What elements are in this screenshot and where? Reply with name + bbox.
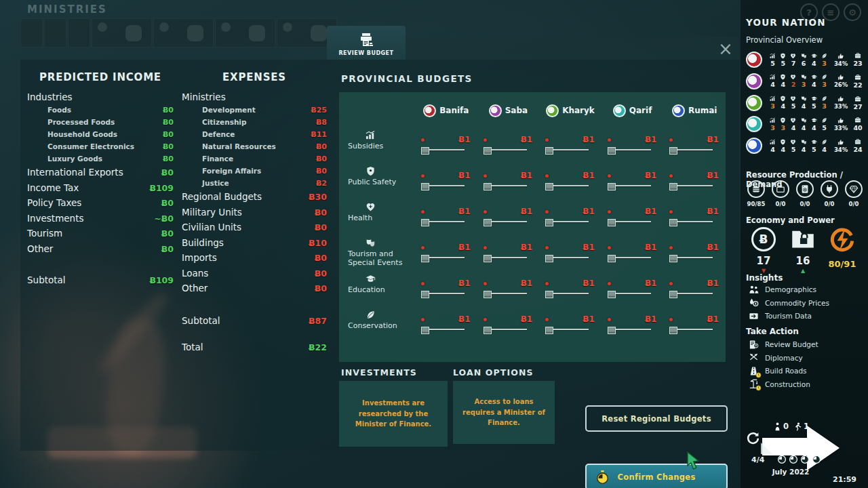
budget-slider[interactable] <box>484 183 527 190</box>
insight-demographics[interactable]: Demographics <box>746 283 816 296</box>
investments-note: Investments are researched by the Minist… <box>347 398 439 430</box>
budget-slider[interactable] <box>669 291 713 298</box>
budget-slider[interactable] <box>669 219 713 226</box>
slider-handle[interactable] <box>608 219 616 226</box>
overview-row-kharyk[interactable]: 34545333%27 <box>746 92 867 114</box>
budget-slider[interactable] <box>669 255 713 262</box>
slider-handle[interactable] <box>608 255 616 262</box>
insight-commodity-prices[interactable]: Commodity Prices <box>746 297 829 309</box>
budget-slider[interactable] <box>484 219 527 226</box>
budget-slider[interactable] <box>484 147 527 155</box>
slider-handle[interactable] <box>484 327 492 334</box>
slider-handle[interactable] <box>669 291 677 298</box>
insight-tourism-data[interactable]: Tourism Data <box>746 310 812 322</box>
budget-slider[interactable] <box>545 147 589 155</box>
reset-regional-budgets-button[interactable]: Reset Regional Budgets <box>585 405 728 432</box>
slider-handle[interactable] <box>421 327 429 334</box>
budget-slider[interactable] <box>608 183 651 190</box>
refresh-icon[interactable] <box>746 431 760 445</box>
slider-handle[interactable] <box>484 291 492 298</box>
slider-handle[interactable] <box>421 183 429 190</box>
walking-person-icon <box>793 422 802 431</box>
overview-row-saba[interactable]: 44234326%22 <box>746 70 867 92</box>
slider-handle[interactable] <box>545 219 553 226</box>
budget-slider[interactable] <box>421 327 465 334</box>
finance-row: Regional BudgetsɃ30 <box>182 191 327 207</box>
ministry-tile[interactable] <box>215 18 275 47</box>
overview-row-qarif[interactable]: 33444533%40 <box>746 113 867 135</box>
ministry-tile[interactable] <box>20 18 43 47</box>
slider-handle[interactable] <box>669 219 677 226</box>
confirm-changes-label: Confirm Changes <box>617 472 695 482</box>
budget-slider[interactable] <box>545 255 589 262</box>
stat-column: 4 <box>768 139 778 153</box>
stat-column: 5 <box>778 53 788 67</box>
slider-handle[interactable] <box>484 147 492 155</box>
slider-handle[interactable] <box>669 255 677 262</box>
budget-slider[interactable] <box>421 255 465 262</box>
budget-slider[interactable] <box>484 255 527 262</box>
insights-title: Insights <box>746 273 783 283</box>
budget-slider[interactable] <box>608 255 651 262</box>
budget-slider[interactable] <box>608 291 651 298</box>
ministry-tile[interactable] <box>68 18 90 47</box>
budget-slider[interactable] <box>545 291 589 298</box>
close-icon[interactable]: × <box>716 39 735 58</box>
action-review-budget[interactable]: Review Budget <box>746 338 818 350</box>
confirm-changes-button[interactable]: Confirm Changes <box>585 464 728 488</box>
budget-cell-readout: Ƀ1 <box>477 279 540 288</box>
slider-handle[interactable] <box>608 291 616 298</box>
idle-units-count: 0 <box>783 422 789 431</box>
slider-handle[interactable] <box>545 147 553 155</box>
action-build-roads[interactable]: Build Roads <box>746 365 807 377</box>
finance-row: Luxury GoodsɃ0 <box>27 155 174 167</box>
slider-handle[interactable] <box>608 327 616 334</box>
slider-handle[interactable] <box>421 219 429 226</box>
slider-handle[interactable] <box>484 255 492 262</box>
slider-handle[interactable] <box>669 327 677 334</box>
slider-handle[interactable] <box>669 147 677 155</box>
ministry-tile[interactable] <box>153 18 214 47</box>
jobs-briefcase-icon <box>854 138 861 145</box>
budget-slider[interactable] <box>421 183 465 190</box>
budget-slider[interactable] <box>669 183 713 190</box>
stat-value: 4 <box>791 124 796 131</box>
slider-handle[interactable] <box>484 183 492 190</box>
budget-slider[interactable] <box>669 327 713 334</box>
slider-handle[interactable] <box>545 327 553 334</box>
budget-slider[interactable] <box>608 219 651 226</box>
stat-value: 4 <box>802 102 806 110</box>
slider-handle[interactable] <box>608 147 616 155</box>
budget-slider[interactable] <box>484 291 527 298</box>
jobs-value: 27 <box>854 103 863 110</box>
slider-handle[interactable] <box>421 147 429 155</box>
overview-row-rumai[interactable]: 44545434%24 <box>746 135 867 157</box>
slider-handle[interactable] <box>545 291 553 298</box>
slider-handle[interactable] <box>545 255 553 262</box>
ministry-tile[interactable] <box>92 18 152 47</box>
budget-slider[interactable] <box>545 219 589 226</box>
tab-review-budget[interactable]: REVIEW BUDGET <box>327 26 406 60</box>
ministry-tile[interactable] <box>44 18 66 47</box>
stat-column: 3 <box>799 74 809 88</box>
budget-slider[interactable] <box>421 147 465 155</box>
budget-slider[interactable] <box>484 327 527 334</box>
action-diplomacy[interactable]: Diplomacy <box>746 352 803 364</box>
turn-stopwatch-icon <box>800 453 810 464</box>
slider-handle[interactable] <box>484 219 492 226</box>
budget-slider[interactable] <box>421 291 465 298</box>
slider-handle[interactable] <box>545 183 553 190</box>
slider-handle[interactable] <box>669 183 677 190</box>
slider-handle[interactable] <box>421 291 429 298</box>
budget-slider[interactable] <box>545 183 589 190</box>
budget-slider[interactable] <box>608 327 651 334</box>
budget-slider[interactable] <box>669 147 713 155</box>
action-construction[interactable]: Construction <box>746 378 810 390</box>
slider-handle[interactable] <box>608 183 616 190</box>
overview-row-banifa[interactable]: 55764334%23 <box>746 49 867 70</box>
budget-slider[interactable] <box>545 327 589 334</box>
budget-slider[interactable] <box>421 219 465 226</box>
budget-slider[interactable] <box>608 147 651 155</box>
resource-value: 0/0 <box>800 201 810 207</box>
slider-handle[interactable] <box>421 255 429 262</box>
